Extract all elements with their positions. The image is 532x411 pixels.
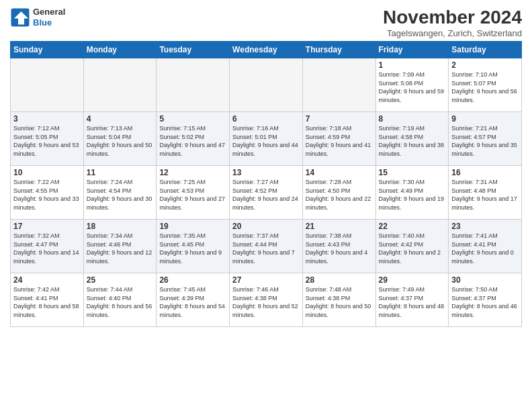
day-info: Sunrise: 7:44 AMSunset: 4:40 PMDaylight:… (87, 285, 154, 319)
day-info: Sunrise: 7:24 AMSunset: 4:54 PMDaylight:… (87, 178, 154, 212)
day-number: 1 (379, 60, 446, 70)
day-info: Sunrise: 7:45 AMSunset: 4:39 PMDaylight:… (159, 285, 226, 319)
day-info: Sunrise: 7:13 AMSunset: 5:04 PMDaylight:… (87, 124, 154, 158)
calendar-day: 13Sunrise: 7:27 AMSunset: 4:52 PMDayligh… (230, 166, 303, 220)
calendar-day: 30Sunrise: 7:50 AMSunset: 4:37 PMDayligh… (449, 273, 522, 327)
location-subtitle: Tagelswangen, Zurich, Switzerland (383, 28, 522, 38)
calendar-day: 8Sunrise: 7:19 AMSunset: 4:58 PMDaylight… (375, 112, 449, 166)
day-number: 30 (451, 275, 519, 285)
day-number: 28 (306, 275, 373, 285)
day-number: 11 (87, 168, 154, 177)
calendar-day (157, 58, 230, 112)
day-number: 14 (306, 168, 373, 177)
day-number: 17 (13, 222, 81, 231)
header-row: Sunday Monday Tuesday Wednesday Thursday… (11, 42, 522, 58)
day-number: 5 (159, 114, 226, 124)
day-info: Sunrise: 7:16 AMSunset: 5:01 PMDaylight:… (232, 124, 300, 158)
calendar-day (302, 58, 375, 112)
calendar-day: 9Sunrise: 7:21 AMSunset: 4:57 PMDaylight… (449, 112, 522, 166)
day-number: 6 (232, 114, 300, 124)
title-block: November 2024 Tagelswangen, Zurich, Swit… (383, 7, 522, 38)
day-info: Sunrise: 7:09 AMSunset: 5:08 PMDaylight:… (379, 71, 446, 104)
calendar-day: 7Sunrise: 7:18 AMSunset: 4:59 PMDaylight… (302, 112, 375, 166)
logo-line1: General (33, 7, 65, 17)
day-info: Sunrise: 7:42 AMSunset: 4:41 PMDaylight:… (13, 285, 81, 319)
calendar-day: 18Sunrise: 7:34 AMSunset: 4:46 PMDayligh… (83, 220, 157, 273)
day-info: Sunrise: 7:40 AMSunset: 4:42 PMDaylight:… (379, 232, 446, 265)
th-wednesday: Wednesday (230, 42, 303, 58)
calendar-day: 3Sunrise: 7:12 AMSunset: 5:05 PMDaylight… (11, 112, 84, 166)
calendar-day: 24Sunrise: 7:42 AMSunset: 4:41 PMDayligh… (11, 273, 84, 327)
calendar-week-3: 17Sunrise: 7:32 AMSunset: 4:47 PMDayligh… (11, 220, 522, 273)
calendar-week-0: 1Sunrise: 7:09 AMSunset: 5:08 PMDaylight… (11, 58, 522, 112)
day-info: Sunrise: 7:41 AMSunset: 4:41 PMDaylight:… (451, 232, 519, 265)
calendar-day: 28Sunrise: 7:48 AMSunset: 4:38 PMDayligh… (302, 273, 375, 327)
calendar-day: 25Sunrise: 7:44 AMSunset: 4:40 PMDayligh… (83, 273, 157, 327)
day-info: Sunrise: 7:32 AMSunset: 4:47 PMDaylight:… (13, 232, 81, 265)
calendar-day: 26Sunrise: 7:45 AMSunset: 4:39 PMDayligh… (157, 273, 230, 327)
day-number: 2 (451, 60, 519, 70)
day-number: 7 (306, 114, 373, 124)
day-info: Sunrise: 7:48 AMSunset: 4:38 PMDaylight:… (306, 285, 373, 319)
day-info: Sunrise: 7:22 AMSunset: 4:55 PMDaylight:… (13, 178, 81, 212)
calendar-day: 6Sunrise: 7:16 AMSunset: 5:01 PMDaylight… (230, 112, 303, 166)
day-info: Sunrise: 7:27 AMSunset: 4:52 PMDaylight:… (232, 178, 300, 212)
day-number: 29 (379, 275, 446, 285)
day-info: Sunrise: 7:25 AMSunset: 4:53 PMDaylight:… (159, 178, 226, 212)
day-number: 15 (379, 168, 446, 177)
calendar-day (83, 58, 157, 112)
calendar-day: 2Sunrise: 7:10 AMSunset: 5:07 PMDaylight… (449, 58, 522, 112)
day-number: 26 (159, 275, 226, 285)
calendar-day: 10Sunrise: 7:22 AMSunset: 4:55 PMDayligh… (11, 166, 84, 220)
logo-text: General Blue (33, 7, 65, 28)
day-number: 19 (159, 222, 226, 231)
th-friday: Friday (375, 42, 449, 58)
logo-icon (10, 7, 30, 28)
day-number: 24 (13, 275, 81, 285)
calendar-day (11, 58, 84, 112)
calendar-day: 5Sunrise: 7:15 AMSunset: 5:02 PMDaylight… (157, 112, 230, 166)
calendar-day: 16Sunrise: 7:31 AMSunset: 4:48 PMDayligh… (449, 166, 522, 220)
calendar-day: 29Sunrise: 7:49 AMSunset: 4:37 PMDayligh… (375, 273, 449, 327)
calendar-day: 15Sunrise: 7:30 AMSunset: 4:49 PMDayligh… (375, 166, 449, 220)
calendar-day: 23Sunrise: 7:41 AMSunset: 4:41 PMDayligh… (449, 220, 522, 273)
day-number: 27 (232, 275, 300, 285)
day-number: 13 (232, 168, 300, 177)
day-info: Sunrise: 7:35 AMSunset: 4:45 PMDaylight:… (159, 232, 226, 265)
day-info: Sunrise: 7:49 AMSunset: 4:37 PMDaylight:… (379, 285, 446, 319)
calendar-week-2: 10Sunrise: 7:22 AMSunset: 4:55 PMDayligh… (11, 166, 522, 220)
day-info: Sunrise: 7:37 AMSunset: 4:44 PMDaylight:… (232, 232, 300, 265)
th-thursday: Thursday (302, 42, 375, 58)
logo-line2: Blue (33, 17, 52, 28)
day-info: Sunrise: 7:12 AMSunset: 5:05 PMDaylight:… (13, 124, 81, 158)
calendar-day: 1Sunrise: 7:09 AMSunset: 5:08 PMDaylight… (375, 58, 449, 112)
calendar-table: Sunday Monday Tuesday Wednesday Thursday… (10, 41, 522, 327)
calendar-week-1: 3Sunrise: 7:12 AMSunset: 5:05 PMDaylight… (11, 112, 522, 166)
day-number: 9 (451, 114, 519, 124)
calendar-day: 4Sunrise: 7:13 AMSunset: 5:04 PMDaylight… (83, 112, 157, 166)
calendar-day (230, 58, 303, 112)
day-number: 16 (451, 168, 519, 177)
day-info: Sunrise: 7:21 AMSunset: 4:57 PMDaylight:… (451, 124, 519, 158)
day-number: 3 (13, 114, 81, 124)
calendar-day: 21Sunrise: 7:38 AMSunset: 4:43 PMDayligh… (302, 220, 375, 273)
calendar-day: 11Sunrise: 7:24 AMSunset: 4:54 PMDayligh… (83, 166, 157, 220)
day-info: Sunrise: 7:19 AMSunset: 4:58 PMDaylight:… (379, 124, 446, 158)
logo: General Blue (10, 7, 65, 28)
day-number: 12 (159, 168, 226, 177)
day-number: 8 (379, 114, 446, 124)
header: General Blue November 2024 Tagelswangen,… (10, 7, 522, 38)
day-number: 10 (13, 168, 81, 177)
day-number: 20 (232, 222, 300, 231)
day-info: Sunrise: 7:10 AMSunset: 5:07 PMDaylight:… (451, 71, 519, 104)
day-info: Sunrise: 7:18 AMSunset: 4:59 PMDaylight:… (306, 124, 373, 158)
day-info: Sunrise: 7:38 AMSunset: 4:43 PMDaylight:… (306, 232, 373, 265)
calendar-day: 14Sunrise: 7:28 AMSunset: 4:50 PMDayligh… (302, 166, 375, 220)
calendar-day: 20Sunrise: 7:37 AMSunset: 4:44 PMDayligh… (230, 220, 303, 273)
month-title: November 2024 (383, 7, 522, 28)
calendar-day: 17Sunrise: 7:32 AMSunset: 4:47 PMDayligh… (11, 220, 84, 273)
day-info: Sunrise: 7:46 AMSunset: 4:38 PMDaylight:… (232, 285, 300, 319)
day-info: Sunrise: 7:34 AMSunset: 4:46 PMDaylight:… (87, 232, 154, 265)
calendar-day: 19Sunrise: 7:35 AMSunset: 4:45 PMDayligh… (157, 220, 230, 273)
day-number: 22 (379, 222, 446, 231)
